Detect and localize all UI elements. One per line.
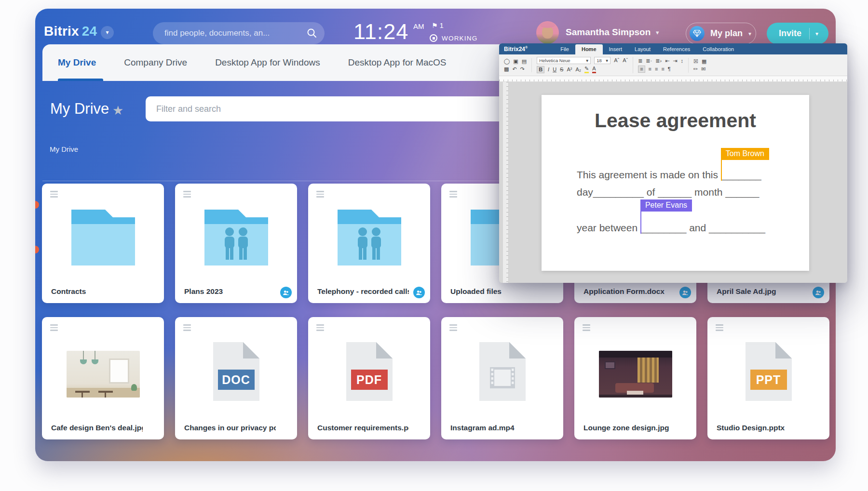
menu-collaboration[interactable]: Collaboration [696,44,740,54]
card-label: Customer requirements.pdf [317,424,409,432]
document-line-1: This agreement is made on this Tom Brown… [577,168,761,181]
highlight-icon[interactable]: ✎ [584,66,589,73]
horizontal-ruler[interactable] [499,76,847,82]
card-label: Telephony - recorded calls [317,287,409,296]
undo-icon[interactable]: ↶ [512,66,516,72]
card-studio-design[interactable]: PPT Studio Design.pptx [707,317,829,439]
card-label: Plans 2023 [184,287,223,296]
font-color-icon[interactable]: A [592,66,596,73]
tab-desktop-app-windows[interactable]: Desktop App for Windows [215,57,320,68]
card-label: Lounge zone design.jpg [583,424,669,432]
search-input[interactable] [153,22,325,44]
superscript-icon[interactable]: A² [567,66,572,73]
clear-format-icon[interactable]: ☒ [693,58,698,65]
my-plan-button[interactable]: My plan ▾ [686,23,756,44]
line-spacing-icon[interactable]: ↕ [681,58,684,64]
card-menu-icon[interactable] [449,191,457,199]
card-contracts[interactable]: Contracts [42,184,164,303]
align-right-icon[interactable]: ≡ [655,66,658,72]
redo-icon[interactable]: ↷ [520,66,525,72]
mail-icon[interactable]: ✉ [701,66,705,72]
align-center-icon[interactable]: ≡ [649,66,651,72]
card-menu-icon[interactable] [583,324,590,332]
card-menu-icon[interactable] [316,324,324,332]
card-menu-icon[interactable] [183,191,191,199]
card-menu-icon[interactable] [316,191,324,199]
card-plans-2023[interactable]: Plans 2023 [175,184,297,303]
chevron-down-icon[interactable]: ▾ [656,29,659,36]
avatar[interactable] [536,21,559,44]
numbered-list-icon[interactable]: ≣· [646,58,652,64]
multilevel-list-icon[interactable]: ≣› [655,58,662,64]
work-status[interactable]: WORKING [430,34,477,42]
bitrix-logo[interactable]: Bitrix24 [44,24,97,39]
strikethrough-icon[interactable]: S [560,66,563,73]
document-editor-window: Bitrix24® File Home Insert Layout Refere… [499,43,847,283]
font-family-select[interactable]: Helvetica Neue▾ [537,57,591,64]
chevron-down-icon[interactable]: ▾ [101,26,114,39]
print-icon[interactable]: ◯ [504,58,510,65]
notification-dot [35,246,39,253]
divider [809,28,810,40]
copy-icon[interactable]: ▣ [513,58,518,65]
bullet-list-icon[interactable]: ≣ [638,58,642,64]
underline-icon[interactable]: U [553,66,556,73]
card-label: Cafe design Ben's deal.jpg [51,424,143,432]
shared-badge-icon [413,287,425,298]
tab-desktop-app-macos[interactable]: Desktop App for MacOS [348,57,447,68]
card-menu-icon[interactable] [183,324,191,332]
collab-cursor-peter: Peter Evans [640,221,641,234]
vertical-ruler[interactable] [503,82,509,283]
ppt-file-icon: PPT [746,342,792,401]
pdf-file-icon: PDF [346,342,393,401]
paste-icon[interactable]: ▤ [522,58,527,65]
shrink-font-icon[interactable]: Aˇ [623,57,628,64]
search-icon[interactable] [307,28,317,40]
invite-button[interactable]: Invite ▾ [767,23,828,44]
font-size-select[interactable]: 18▾ [594,57,610,64]
photo-thumbnail [67,351,140,398]
card-privacy-policy[interactable]: DOC Changes in our privacy poli... [175,317,297,439]
clipboard-icon[interactable]: ▩ [504,66,509,72]
photo-thumbnail [599,351,672,398]
chevron-down-icon: ▾ [586,58,588,63]
card-label: Studio Design.pptx [717,424,785,432]
menu-file[interactable]: File [554,44,575,54]
card-menu-icon[interactable] [50,324,58,332]
user-name[interactable]: Samantha Simpson [566,27,651,38]
menu-home[interactable]: Home [575,44,603,54]
menu-layout[interactable]: Layout [628,44,657,54]
card-menu-icon[interactable] [50,191,58,199]
insert-image-icon[interactable]: ▦ [702,58,706,65]
page: Bitrix24 ▾ 11:24 AM ⚑1 WORKING Samantha … [0,0,868,491]
card-customer-requirements[interactable]: PDF Customer requirements.pdf [308,317,430,439]
video-file-icon [479,342,526,401]
justify-icon[interactable]: ≡ [661,66,664,72]
menu-references[interactable]: References [657,44,696,54]
italic-icon[interactable]: I [548,66,549,73]
align-left-icon[interactable]: ≡ [638,66,645,73]
menu-insert[interactable]: Insert [603,44,629,54]
chevron-down-icon[interactable]: ▾ [815,30,818,37]
paragraph-mark-icon[interactable]: ¶ [668,66,671,72]
card-telephony[interactable]: Telephony - recorded calls [308,184,430,303]
favorite-star-icon[interactable]: ★ [112,103,123,118]
clock[interactable]: 11:24 [353,19,408,44]
bold-icon[interactable]: B [537,66,544,73]
editor-logo: Bitrix24® [504,46,528,53]
card-menu-icon[interactable] [716,324,723,332]
card-lounge-zone[interactable]: Lounge zone design.jpg [574,317,696,439]
format-painter-icon[interactable]: ✏ [693,66,698,72]
increase-indent-icon[interactable]: ⇥ [673,58,677,64]
decrease-indent-icon[interactable]: ⇤ [665,58,669,64]
card-cafe-design[interactable]: Cafe design Ben's deal.jpg [42,317,164,439]
grow-font-icon[interactable]: Aˆ [614,57,619,64]
subscript-icon[interactable]: A₂ [575,66,581,73]
tab-my-drive[interactable]: My Drive [58,57,96,68]
card-instagram-ad[interactable]: Instagram ad.mp4 [441,317,563,439]
flag-counter[interactable]: ⚑1 [432,21,444,29]
breadcrumb[interactable]: My Drive [50,145,78,153]
document-page[interactable]: Lease agreement This agreement is made o… [542,95,809,271]
card-menu-icon[interactable] [449,324,457,332]
tab-company-drive[interactable]: Company Drive [124,57,187,68]
